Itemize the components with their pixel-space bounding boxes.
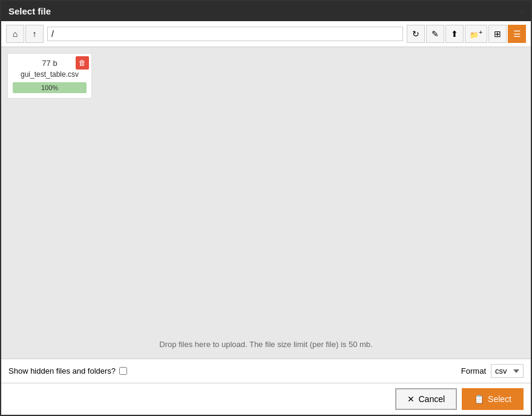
hidden-files-text: Show hidden files and folders?: [8, 366, 116, 375]
list-icon: ☰: [513, 30, 521, 38]
dialog-title: Select file: [8, 6, 51, 16]
list-view-button[interactable]: ☰: [508, 25, 526, 43]
current-path: /: [51, 29, 54, 39]
cancel-label: Cancel: [418, 394, 445, 404]
rename-button[interactable]: ✎: [426, 25, 444, 43]
file-content-area: 🗑 77 b gui_test_table.csv 100% Drop file…: [1, 47, 531, 359]
footer-bar: Show hidden files and folders? Format cs…: [1, 359, 531, 383]
delete-file-button[interactable]: 🗑: [76, 56, 89, 70]
home-button[interactable]: ⌂: [6, 25, 24, 43]
grid-view-button[interactable]: ⊞: [488, 25, 507, 43]
trash-icon: 🗑: [79, 59, 86, 67]
action-bar: ✕ Cancel 📋 Select: [1, 383, 531, 415]
upload-button[interactable]: ⬆: [445, 25, 464, 43]
file-size: 77 b: [42, 59, 57, 68]
select-icon: 📋: [474, 394, 484, 404]
format-select[interactable]: csv tsv json: [491, 364, 524, 378]
home-icon: ⌂: [13, 30, 18, 38]
format-section: Format csv tsv json: [461, 364, 524, 378]
hidden-files-label: Show hidden files and folders?: [8, 366, 127, 375]
upload-icon: ⬆: [451, 30, 458, 38]
format-label: Format: [461, 366, 486, 375]
path-bar: /: [47, 27, 403, 41]
progress-label: 100%: [41, 84, 58, 91]
content-wrapper: 🗑 77 b gui_test_table.csv 100% Drop file…: [1, 47, 531, 359]
close-button[interactable]: ×: [517, 6, 525, 18]
grid-icon: ⊞: [494, 30, 501, 38]
drop-hint: Drop files here to upload. The file size…: [159, 340, 372, 349]
file-select-dialog: Select file × ⌂ ↑ / ↻ ✎ ⬆ 📁+ ⊞ ☰: [0, 0, 532, 416]
dialog-title-bar: Select file ×: [1, 1, 531, 21]
hidden-files-checkbox[interactable]: [119, 367, 127, 375]
refresh-button[interactable]: ↻: [407, 25, 425, 43]
new-folder-icon: 📁+: [470, 30, 482, 39]
cancel-button[interactable]: ✕ Cancel: [395, 388, 457, 410]
select-label: Select: [488, 394, 511, 404]
file-toolbar: ⌂ ↑ / ↻ ✎ ⬆ 📁+ ⊞ ☰: [1, 21, 531, 47]
refresh-icon: ↻: [412, 30, 419, 38]
upload-progress-bar: 100%: [13, 82, 87, 93]
edit-icon: ✎: [432, 30, 439, 38]
new-folder-button[interactable]: 📁+: [465, 25, 487, 43]
select-button[interactable]: 📋 Select: [462, 388, 524, 410]
up-icon: ↑: [33, 30, 37, 38]
progress-bar-fill: 100%: [13, 82, 87, 93]
cancel-icon: ✕: [407, 394, 415, 404]
file-name: gui_test_table.csv: [21, 70, 79, 79]
file-card: 🗑 77 b gui_test_table.csv 100%: [7, 53, 92, 99]
up-button[interactable]: ↑: [25, 25, 44, 43]
